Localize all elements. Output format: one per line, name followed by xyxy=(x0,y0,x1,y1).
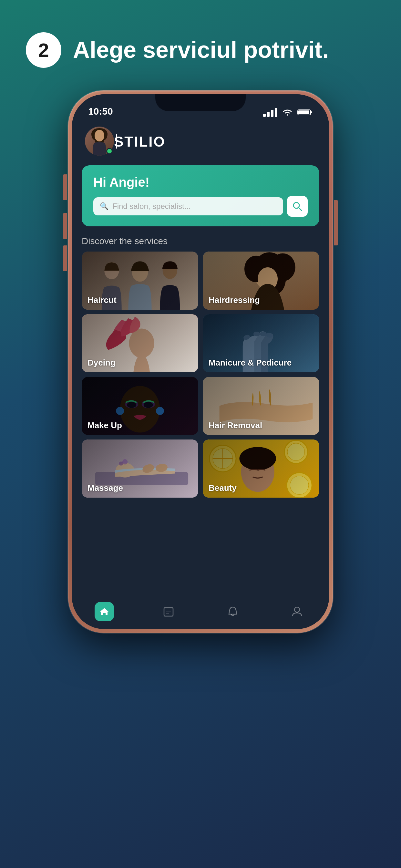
service-label-massage: Massage xyxy=(82,478,129,498)
step-label: Alege serviciul potrivit. xyxy=(73,37,329,63)
service-label-beauty: Beauty xyxy=(203,478,243,498)
service-label-hairdressing: Hairdressing xyxy=(203,290,266,310)
service-label-hairremoval: Hair Removal xyxy=(203,416,268,435)
signal-icon xyxy=(263,108,277,117)
welcome-banner: Hi Angie! 🔍 Find salon, specialist... xyxy=(82,165,319,226)
app-logo: STILIO xyxy=(114,133,287,149)
app-header: STILIO xyxy=(72,120,329,162)
service-label-dyeing: Dyeing xyxy=(82,353,121,372)
search-container: 🔍 Find salon, specialist... xyxy=(93,196,308,217)
service-card-hairremoval[interactable]: Hair Removal xyxy=(203,377,319,435)
service-label-makeup: Make Up xyxy=(82,416,128,435)
wifi-icon xyxy=(282,108,293,116)
service-label-manicure: Manicure & Pedicure xyxy=(203,353,297,372)
service-card-dyeing[interactable]: Dyeing xyxy=(82,314,198,372)
bookings-icon xyxy=(161,604,176,619)
status-time: 10:50 xyxy=(88,106,113,117)
battery-icon xyxy=(297,108,313,116)
service-label-haircut: Haircut xyxy=(82,290,122,310)
svg-rect-1 xyxy=(298,111,309,114)
nav-item-profile[interactable] xyxy=(265,604,329,619)
service-card-manicure[interactable]: Manicure & Pedicure xyxy=(203,314,319,372)
profile-icon xyxy=(290,604,304,619)
svg-rect-2 xyxy=(311,112,312,113)
search-input-wrapper[interactable]: 🔍 Find salon, specialist... xyxy=(93,197,283,215)
service-card-haircut[interactable]: Haircut xyxy=(82,252,198,310)
services-section: Discover the services xyxy=(72,229,329,597)
step-annotation: 2 Alege serviciul potrivit. xyxy=(26,32,329,68)
nav-item-bookings[interactable] xyxy=(136,604,201,619)
online-indicator xyxy=(106,148,113,154)
search-button-icon xyxy=(292,201,303,212)
service-card-beauty[interactable]: Beauty xyxy=(203,439,319,498)
svg-text:STILIO: STILIO xyxy=(114,134,166,149)
services-title: Discover the services xyxy=(82,236,319,246)
notifications-icon xyxy=(226,604,240,619)
phone-frame: 10:50 xyxy=(68,90,333,633)
phone-screen: 10:50 xyxy=(72,94,329,629)
step-number: 2 xyxy=(26,32,61,68)
service-card-makeup[interactable]: Make Up xyxy=(82,377,198,435)
service-card-massage[interactable]: Massage xyxy=(82,439,198,498)
search-button[interactable] xyxy=(287,196,308,217)
svg-point-58 xyxy=(295,607,300,612)
home-icon xyxy=(95,602,114,621)
phone-notch xyxy=(155,94,246,111)
svg-line-8 xyxy=(299,208,302,211)
greeting: Hi Angie! xyxy=(93,175,308,190)
nav-item-home[interactable] xyxy=(72,602,136,621)
stilio-logo: STILIO xyxy=(114,133,198,149)
nav-item-notifications[interactable] xyxy=(201,604,265,619)
app-content: STILIO Hi Angie! 🔍 Find salon, specialis… xyxy=(72,120,329,629)
status-icons xyxy=(263,108,313,117)
service-card-hairdressing[interactable]: Hairdressing xyxy=(203,252,319,310)
bottom-navigation xyxy=(72,597,329,629)
phone-mockup: 10:50 xyxy=(68,90,333,633)
user-avatar-container[interactable] xyxy=(85,127,114,156)
search-input-icon: 🔍 xyxy=(100,202,109,211)
svg-point-4 xyxy=(95,130,104,142)
services-grid: Haircut xyxy=(82,252,319,498)
search-input-placeholder: Find salon, specialist... xyxy=(112,202,191,211)
